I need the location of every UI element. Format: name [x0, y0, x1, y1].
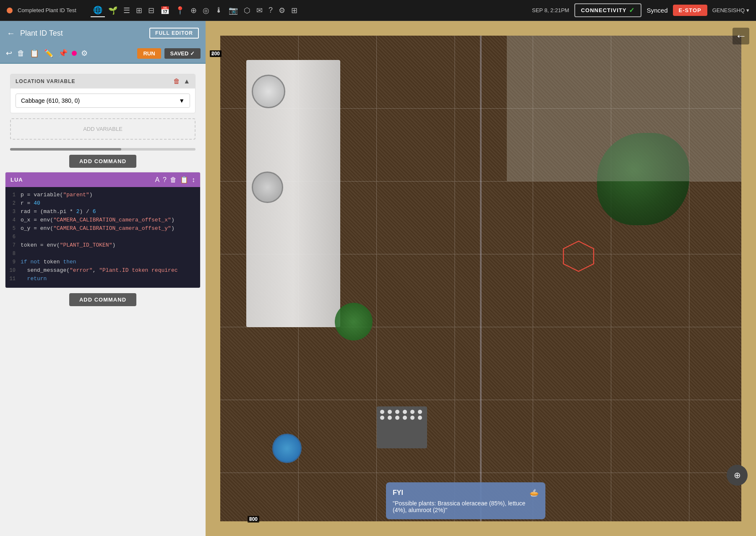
- main-layout: ← Plant ID Test FULL EDITOR ↩ 🗑 📋 ✏️ 📌 ⚙…: [0, 21, 756, 536]
- map-back-button[interactable]: ←: [733, 28, 749, 44]
- code-line-9: 9 if not token then: [5, 258, 200, 267]
- user-dropdown-icon: ▾: [746, 7, 749, 13]
- scroll-thumb: [10, 148, 121, 151]
- add-variable-label: ADD VARIABLE: [83, 126, 123, 132]
- settings-icon[interactable]: ⚙: [80, 48, 89, 59]
- nav-icon-logs[interactable]: ⊟: [146, 4, 157, 17]
- location-variable-block: LOCATION VARIABLE 🗑 ▲ Cabbage (610, 380,…: [10, 74, 196, 113]
- copy-icon[interactable]: 📋: [29, 48, 40, 59]
- edit-icon[interactable]: ✏️: [43, 48, 54, 59]
- full-editor-button[interactable]: FULL EDITOR: [149, 28, 199, 39]
- delete-icon[interactable]: 🗑: [16, 48, 26, 59]
- collapse-var-icon[interactable]: ▲: [183, 78, 190, 85]
- crosshair-button[interactable]: ⊕: [727, 465, 748, 486]
- estop-button[interactable]: E-STOP: [673, 5, 707, 16]
- topbar-right: SEP 8, 2:21PM CONNECTIVITY ✓ Synced E-ST…: [532, 3, 749, 17]
- location-value: Cabbage (610, 380, 0): [21, 97, 80, 104]
- device-circle-2: [252, 172, 283, 203]
- saved-button[interactable]: SAVED ✓: [164, 48, 201, 59]
- fyi-icon: 🥧: [529, 488, 539, 497]
- code-line-11: 11 return: [5, 275, 200, 284]
- topbar: Completed Plant ID Test 🌐 🌱 ☰ ⊞ ⊟ 📅 📍 ⊕ …: [0, 0, 756, 21]
- datetime: SEP 8, 2:21PM: [532, 7, 569, 13]
- lua-help-icon[interactable]: ?: [163, 176, 167, 184]
- map-panel: 800 700 600 500 400 200 500 600 700 800 …: [206, 21, 756, 536]
- add-command-button-2[interactable]: ADD COMMAND: [69, 293, 136, 306]
- location-variable-body: Cabbage (610, 380, 0) ▼: [10, 88, 195, 113]
- crosshair-vertical: [480, 36, 482, 521]
- app-title: Completed Plant ID Test: [18, 7, 76, 13]
- user-label: GENESISHQ: [712, 7, 745, 13]
- light-area: [507, 36, 741, 181]
- pin-icon[interactable]: 📌: [57, 48, 68, 59]
- nav-icon-targeting[interactable]: ◎: [200, 4, 212, 17]
- fyi-text: "Possible plants: Brassica oleraceae (85…: [393, 500, 539, 513]
- nav-icon-tools[interactable]: ⬡: [241, 4, 253, 17]
- sequence-title: Plant ID Test: [20, 29, 149, 38]
- fyi-header: FYI 🥧: [393, 488, 539, 497]
- nav-icon-temp[interactable]: 🌡: [213, 4, 225, 16]
- back-button[interactable]: ←: [7, 29, 15, 38]
- nav-icon-messages[interactable]: ✉: [254, 4, 265, 17]
- code-editor[interactable]: 1 p = variable("parent") 2 r = 40 3 rad …: [5, 187, 200, 288]
- fyi-title: FYI: [393, 489, 403, 497]
- code-line-5: 5 o_y = env("CAMERA_CALIBRATION_camera_o…: [5, 225, 200, 233]
- connectivity-button[interactable]: CONNECTIVITY ✓: [574, 3, 642, 17]
- location-dropdown[interactable]: Cabbage (610, 380, 0) ▼: [16, 94, 190, 108]
- dotted-panel: [377, 406, 427, 448]
- nav-icon-sensors[interactable]: ⊕: [188, 4, 199, 17]
- run-button[interactable]: RUN: [137, 48, 161, 59]
- location-variable-title: LOCATION VARIABLE: [16, 78, 76, 84]
- lua-font-icon[interactable]: A: [155, 176, 159, 184]
- device-blue: [272, 434, 302, 463]
- nav-icon-settings[interactable]: ⚙: [276, 4, 288, 17]
- coord-x-800: 800: [248, 516, 259, 523]
- synced-status: Synced: [647, 7, 667, 14]
- lua-header: LUA A ? 🗑 📋 ↕: [5, 172, 200, 187]
- app-dot: [7, 8, 13, 13]
- color-picker[interactable]: [72, 51, 77, 56]
- code-line-3: 3 rad = (math.pi * 2) / 6: [5, 208, 200, 216]
- add-variable-area[interactable]: ADD VARIABLE: [10, 118, 196, 140]
- nav-icon-plants[interactable]: 🌱: [106, 4, 120, 17]
- user-menu[interactable]: GENESISHQ ▾: [712, 7, 749, 13]
- topbar-left: Completed Plant ID Test 🌐 🌱 ☰ ⊞ ⊟ 📅 📍 ⊕ …: [7, 4, 300, 17]
- sequence-toolbar: ↩ 🗑 📋 ✏️ 📌 ⚙ RUN SAVED ✓: [0, 45, 206, 64]
- plant-cabbage-small: [335, 303, 373, 341]
- connectivity-label: CONNECTIVITY: [581, 7, 627, 13]
- sequence-header: ← Plant ID Test FULL EDITOR: [0, 21, 206, 45]
- fyi-tooltip: FYI 🥧 "Possible plants: Brassica olerace…: [386, 482, 545, 519]
- coord-200: 200: [210, 50, 222, 57]
- nav-icon-help[interactable]: ?: [266, 4, 275, 16]
- nav-icon-regimens[interactable]: ⊞: [133, 4, 145, 17]
- nav-icon-grid[interactable]: ⊞: [289, 4, 300, 17]
- add-command-button-1[interactable]: ADD COMMAND: [69, 155, 136, 168]
- location-variable-actions: 🗑 ▲: [173, 78, 190, 85]
- crosshair-icon: ⊕: [734, 470, 741, 480]
- svg-marker-12: [563, 241, 594, 271]
- nav-icon-sequences[interactable]: ☰: [121, 4, 133, 17]
- connectivity-check-icon: ✓: [629, 6, 635, 14]
- code-line-6: 6: [5, 233, 200, 242]
- device-circle-1: [252, 75, 285, 108]
- code-line-10: 10 send_message("error", "Plant.ID token…: [5, 267, 200, 275]
- lua-block: LUA A ? 🗑 📋 ↕ 1 p = variable("parent"): [5, 172, 201, 288]
- lua-copy-icon[interactable]: 📋: [180, 176, 188, 184]
- delete-var-icon[interactable]: 🗑: [173, 78, 180, 85]
- nav-icon-home[interactable]: 🌐: [91, 4, 105, 17]
- dropdown-arrow-icon: ▼: [179, 97, 185, 104]
- lua-actions: A ? 🗑 📋 ↕: [155, 176, 195, 184]
- horizontal-scrollbar[interactable]: [10, 148, 196, 151]
- nav-icon-calendar[interactable]: 📅: [158, 4, 172, 17]
- redo-icon[interactable]: ↩: [5, 48, 13, 59]
- sequence-content: LOCATION VARIABLE 🗑 ▲ Cabbage (610, 380,…: [0, 64, 206, 536]
- nav-icon-camera[interactable]: 📷: [226, 4, 240, 17]
- garden-main: [220, 36, 741, 521]
- nav-icon-pin[interactable]: 📍: [173, 4, 187, 17]
- code-line-8: 8: [5, 250, 200, 258]
- code-line-4: 4 o_x = env("CAMERA_CALIBRATION_camera_o…: [5, 216, 200, 225]
- left-panel: ← Plant ID Test FULL EDITOR ↩ 🗑 📋 ✏️ 📌 ⚙…: [0, 21, 206, 536]
- lua-delete-icon[interactable]: 🗑: [170, 176, 177, 184]
- lua-resize-icon[interactable]: ↕: [192, 176, 195, 184]
- code-line-7: 7 token = env("PLANT_ID_TOKEN"): [5, 242, 200, 250]
